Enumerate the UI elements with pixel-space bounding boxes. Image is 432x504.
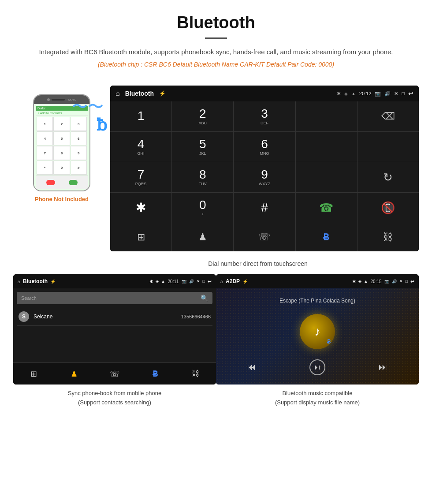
music-caption-line1: Bluetooth music compatible bbox=[283, 390, 353, 396]
music-controls: ⏮ ⏯ ⏭ bbox=[220, 359, 414, 375]
phone-key-hash[interactable]: # bbox=[71, 161, 87, 175]
dial-key-star-sym: ✱ bbox=[136, 202, 146, 214]
dial-key-3-num: 3 bbox=[261, 108, 268, 120]
header-specs: (Bluetooth chip : CSR BC6 Default Blueto… bbox=[26, 61, 406, 68]
phone-key-4[interactable]: 4 bbox=[37, 131, 53, 146]
dial-icon-contacts[interactable]: ♟ bbox=[172, 223, 233, 251]
phone-key-8[interactable]: 8 bbox=[53, 146, 70, 160]
bluetooth-signal-icon: ƀ bbox=[97, 116, 107, 133]
dial-key-4[interactable]: 4 GHI bbox=[110, 132, 171, 162]
phone-key-2[interactable]: 2 bbox=[53, 117, 70, 131]
phonebook-caption: Sync phone-book from mobile phone (Suppo… bbox=[13, 385, 216, 407]
phonebook-signal-icon: ▲ bbox=[161, 279, 165, 284]
contact-number: 13566664466 bbox=[181, 314, 211, 319]
dial-icon-row: ⊞ ♟ ☏ Ƀ ⛓ bbox=[110, 223, 419, 251]
phone-key-5[interactable]: 5 bbox=[53, 131, 70, 146]
dial-icon-link[interactable]: ⛓ bbox=[358, 223, 419, 251]
close-icon[interactable]: ✕ bbox=[394, 91, 398, 97]
music-usb-icon: ⚡ bbox=[242, 279, 248, 284]
music-next-btn[interactable]: ⏭ bbox=[379, 362, 387, 372]
location-icon: ◈ bbox=[344, 91, 348, 96]
dial-key-1-num: 1 bbox=[138, 110, 145, 122]
dial-icon-grid[interactable]: ⊞ bbox=[110, 223, 171, 251]
dial-key-8[interactable]: 8 TUV bbox=[172, 162, 233, 192]
dial-key-2-num: 2 bbox=[199, 108, 206, 120]
phonebook-status-bar: ⌂ Bluetooth ⚡ ✱ ◈ ▲ 20:11 📷 🔊 ✕ □ ↩ bbox=[13, 274, 216, 288]
dial-key-3[interactable]: 3 DEF bbox=[234, 101, 295, 131]
music-play-pause-btn[interactable]: ⏯ bbox=[309, 359, 325, 375]
dial-icon-bluetooth[interactable]: Ƀ bbox=[296, 223, 357, 251]
phonebook-icon-bar: ⊞ ♟ ☏ Ƀ ⛓ bbox=[13, 362, 216, 385]
phone-end-btn[interactable] bbox=[46, 180, 55, 185]
dial-key-6-sub: MNO bbox=[260, 151, 269, 156]
phone-keypad: 1 2 3 4 5 6 7 8 9 * 0 # bbox=[36, 116, 88, 175]
phone-mockup: 〜〜 ƀ MOTO Dialer + Add to Contacts 1 2 bbox=[33, 94, 90, 191]
dial-key-3-sub: DEF bbox=[261, 121, 268, 125]
phonebook-bluetooth-icon[interactable]: Ƀ bbox=[146, 365, 164, 383]
dial-key-8-num: 8 bbox=[199, 168, 206, 181]
phonebook-home-icon: ⌂ bbox=[18, 279, 20, 284]
search-icon[interactable]: 🔍 bbox=[201, 295, 208, 302]
dial-key-9[interactable]: 9 WXYZ bbox=[234, 162, 295, 192]
phone-screen-title: Dialer bbox=[37, 107, 45, 110]
dial-key-star[interactable]: ✱ bbox=[110, 193, 171, 223]
music-status-right: ✱ ◈ ▲ 20:15 📷 🔊 ✕ □ ↩ bbox=[352, 279, 414, 284]
phonebook-sq-icon[interactable]: □ bbox=[203, 279, 205, 284]
music-prev-btn[interactable]: ⏮ bbox=[247, 362, 256, 372]
call-green-icon: ☎ bbox=[319, 201, 333, 215]
dial-caption: Dial number direct from touchscreen bbox=[97, 256, 419, 274]
window-icon[interactable]: □ bbox=[402, 91, 405, 96]
phonebook-app-name: Bluetooth bbox=[23, 278, 48, 284]
phone-key-1[interactable]: 1 bbox=[37, 117, 53, 131]
dial-icon-phone[interactable]: ☏ bbox=[234, 223, 295, 251]
dial-app-name: Bluetooth bbox=[125, 90, 154, 97]
dial-key-call-green[interactable]: ☎ bbox=[296, 193, 357, 223]
phone-key-0[interactable]: 0 bbox=[53, 161, 70, 175]
dial-status-right: ✱ ◈ ▲ 20:12 📷 🔊 ✕ □ ↩ bbox=[337, 90, 413, 97]
music-app-name: A2DP bbox=[226, 278, 240, 284]
dial-status-left: ⌂ Bluetooth ⚡ bbox=[115, 90, 166, 97]
dial-key-display bbox=[296, 101, 357, 131]
music-back-icon[interactable]: ↩ bbox=[410, 279, 414, 284]
phonebook-back-icon[interactable]: ↩ bbox=[208, 279, 212, 284]
phonebook-cam-icon: 📷 bbox=[182, 279, 186, 284]
phone-call-btn[interactable] bbox=[69, 180, 78, 185]
contact-row[interactable]: S Seicane 13566664466 bbox=[17, 308, 212, 326]
dial-key-0[interactable]: 0 + bbox=[172, 193, 233, 223]
dial-key-backspace[interactable]: ⌫ bbox=[358, 101, 419, 131]
phone-key-3[interactable]: 3 bbox=[71, 117, 87, 131]
back-icon[interactable]: ↩ bbox=[408, 90, 413, 97]
sync-icon: ↻ bbox=[383, 171, 393, 184]
music-cam-icon: 📷 bbox=[384, 279, 389, 284]
phone-key-6[interactable]: 6 bbox=[71, 131, 87, 146]
phone-key-star[interactable]: * bbox=[37, 161, 53, 175]
dial-key-6-num: 6 bbox=[261, 138, 268, 150]
dial-key-call-red[interactable]: 📵 bbox=[358, 193, 419, 223]
music-bt-icon: ✱ bbox=[352, 279, 356, 284]
phonebook-grid-icon[interactable]: ⊞ bbox=[25, 365, 42, 383]
phonebook-screenshot: ⌂ Bluetooth ⚡ ✱ ◈ ▲ 20:11 📷 🔊 ✕ □ ↩ bbox=[13, 274, 216, 385]
dial-key-sync[interactable]: ↻ bbox=[358, 162, 419, 192]
music-status-left: ⌂ A2DP ⚡ bbox=[220, 278, 248, 284]
home-icon: ⌂ bbox=[115, 90, 120, 97]
dial-key-5[interactable]: 5 JKL bbox=[172, 132, 233, 162]
phone-key-9[interactable]: 9 bbox=[71, 146, 87, 160]
phone-icon: ☏ bbox=[258, 231, 271, 243]
dial-key-7[interactable]: 7 PQRS bbox=[110, 162, 171, 192]
dial-key-hash[interactable]: # bbox=[234, 193, 295, 223]
music-sq-icon[interactable]: □ bbox=[406, 279, 408, 284]
phonebook-link-icon[interactable]: ⛓ bbox=[187, 365, 205, 383]
contact-name: Seicane bbox=[34, 314, 181, 320]
music-close-icon[interactable]: ✕ bbox=[399, 279, 403, 284]
phonebook-close-icon[interactable]: ✕ bbox=[197, 279, 200, 284]
phonebook-call-icon[interactable]: ☏ bbox=[106, 365, 123, 383]
dial-key-1[interactable]: 1 bbox=[110, 101, 171, 131]
search-bar[interactable]: Search 🔍 bbox=[17, 292, 212, 304]
phonebook-person-icon[interactable]: ♟ bbox=[65, 365, 83, 383]
dial-key-empty-r2c4 bbox=[296, 132, 357, 162]
dial-key-7-num: 7 bbox=[138, 168, 145, 181]
phone-key-7[interactable]: 7 bbox=[37, 146, 53, 160]
dial-key-6[interactable]: 6 MNO bbox=[234, 132, 295, 162]
dial-key-2[interactable]: 2 ABC bbox=[172, 101, 233, 131]
music-status-bar: ⌂ A2DP ⚡ ✱ ◈ ▲ 20:15 📷 🔊 ✕ □ ↩ bbox=[216, 274, 419, 288]
